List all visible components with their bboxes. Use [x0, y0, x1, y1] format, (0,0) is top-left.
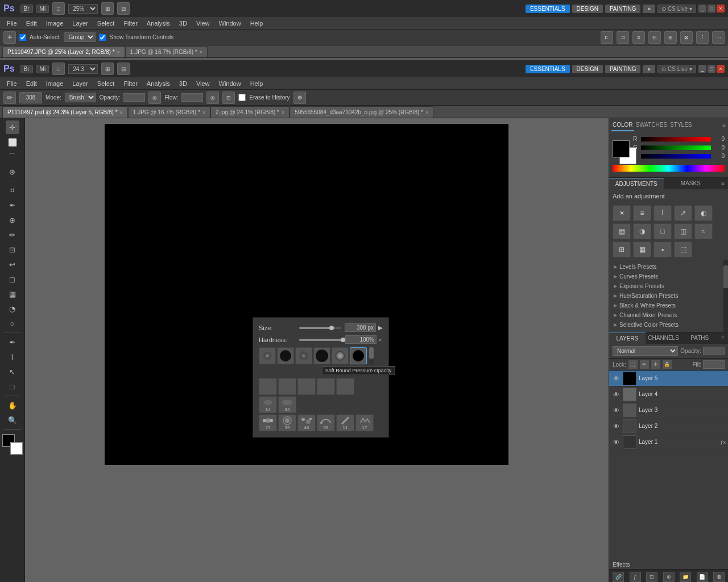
menu-edit-1[interactable]: Edit — [22, 19, 42, 28]
new-layer-btn[interactable]: 📄 — [697, 572, 708, 582]
more-workspaces-1[interactable]: » — [643, 5, 655, 13]
opacity-dial-icon[interactable]: ◎ — [148, 92, 161, 104]
brush-spatter-2[interactable] — [278, 378, 296, 395]
menu-analysis-2[interactable]: Analysis — [142, 79, 175, 88]
zoom-select-1[interactable]: 25% — [68, 4, 98, 14]
align-bottom-icon[interactable]: ⊠ — [680, 31, 693, 44]
menu-select-2[interactable]: Select — [93, 79, 119, 88]
size-slider[interactable] — [299, 327, 341, 329]
threshold-adj-icon[interactable]: ▪ — [653, 242, 672, 257]
brush-num-1[interactable]: 14 — [259, 396, 277, 413]
brush-num-2[interactable]: 24 — [278, 396, 296, 413]
hue-adj-icon[interactable]: ▤ — [613, 223, 631, 239]
color-panel-menu[interactable]: ≡ — [722, 122, 726, 128]
adj-scrollbar[interactable] — [723, 260, 728, 332]
brush-special-4[interactable]: 59 — [317, 414, 335, 431]
menu-view-1[interactable]: View — [192, 19, 214, 28]
exposure-adj-icon[interactable]: ↗ — [674, 205, 692, 221]
blur-tool[interactable]: ◔ — [6, 302, 19, 315]
align-right-icon[interactable]: ≡ — [632, 31, 645, 44]
tab-adjustments[interactable]: ADJUSTMENTS — [609, 178, 664, 189]
photo-adj-icon[interactable]: ◫ — [674, 223, 692, 239]
size-arrow[interactable]: ▶ — [378, 325, 383, 331]
painting-btn-1[interactable]: PAINTING — [605, 5, 640, 13]
type-tool[interactable]: T — [6, 350, 19, 364]
eyedropper-tool[interactable]: ✒ — [6, 198, 19, 212]
menu-filter-1[interactable]: Filter — [119, 19, 142, 28]
hardness-corner-icon[interactable]: ↙ — [379, 337, 383, 342]
settings-icon[interactable]: ⊕ — [293, 92, 306, 104]
brush-soft-md[interactable] — [295, 347, 312, 364]
flow-dial-icon[interactable]: ◎ — [206, 92, 219, 104]
brush-tool-icon[interactable]: ✏ — [3, 92, 16, 104]
brush-special-6[interactable]: 17 — [355, 414, 374, 431]
adj-bw-presets[interactable]: ▶ Black & White Presets — [609, 301, 723, 310]
image-size-icon[interactable]: □ — [52, 2, 65, 15]
eraser-tool[interactable]: ◻ — [6, 272, 19, 286]
add-mask-btn[interactable]: ⊡ — [646, 572, 657, 582]
auto-select-checkbox[interactable] — [19, 34, 26, 41]
menu-help-1[interactable]: Help — [246, 19, 268, 28]
doctab-2-3-close[interactable]: × — [282, 110, 284, 115]
delete-layer-btn[interactable]: 🗑 — [713, 572, 725, 582]
painting-btn-2[interactable]: PAINTING — [605, 65, 640, 73]
tab-styles[interactable]: STYLES — [669, 119, 693, 131]
lasso-tool[interactable]: ⌒ — [6, 150, 19, 164]
essentials-btn-2[interactable]: ESSENTIALS — [526, 65, 570, 73]
layer-2-item[interactable]: 👁 Layer 2 — [609, 418, 728, 434]
tab-masks[interactable]: MASKS — [664, 178, 718, 189]
gradient-adj-icon[interactable]: ⬚ — [674, 242, 692, 257]
colorbal-adj-icon[interactable]: ◑ — [633, 223, 651, 239]
hardness-slider[interactable] — [299, 339, 342, 341]
adj-levels-presets[interactable]: ▶ Levels Presets — [609, 262, 723, 272]
tab-channels[interactable]: CHANNELS — [646, 332, 682, 344]
adj-selcolor-presets[interactable]: ▶ Selective Color Presets — [609, 320, 723, 330]
doctab-2-1[interactable]: P1110497.psd @ 24.3% (Layer 5, RGB/8) * … — [2, 106, 128, 118]
add-style-btn[interactable]: ƒ — [630, 572, 641, 582]
menu-file-1[interactable]: File — [2, 19, 22, 28]
opacity-input-ly[interactable]: 100% — [703, 347, 725, 355]
layout-icon-2[interactable]: ⊟ — [117, 63, 130, 75]
crop-tool[interactable]: ⌗ — [6, 184, 19, 197]
cs-live-btn-2[interactable]: ⊙ CS Live ▾ — [657, 65, 696, 73]
doctab-1-1-close[interactable]: × — [117, 49, 120, 55]
menu-image-2[interactable]: Image — [42, 79, 68, 88]
move-tool-icon[interactable]: ✛ — [3, 31, 16, 44]
lock-all-icon[interactable]: 🔒 — [663, 360, 672, 369]
tab-color[interactable]: COLOR — [611, 119, 634, 131]
arrange-icon[interactable]: ⊞ — [101, 2, 114, 15]
menu-window-2[interactable]: Window — [214, 79, 246, 88]
menu-filter-2[interactable]: Filter — [119, 79, 142, 88]
lock-transparent-icon[interactable]: ⬚ — [628, 360, 638, 369]
more-workspaces-2[interactable]: » — [643, 65, 655, 73]
cs-live-btn-1[interactable]: ⊙ CS Live ▾ — [657, 5, 696, 13]
doctab-2-3[interactable]: 2.jpg @ 24.1% (RGB/8) * × — [210, 106, 289, 118]
design-btn-1[interactable]: DESIGN — [572, 5, 603, 13]
close-btn-1[interactable]: × — [717, 5, 725, 13]
erase-history-checkbox[interactable] — [238, 94, 246, 101]
menu-file-2[interactable]: File — [2, 79, 22, 88]
brush-scroll-thumb[interactable] — [369, 347, 374, 359]
brush-special-2[interactable]: 39 — [278, 414, 296, 431]
align-center-h-icon[interactable]: ⊞ — [664, 31, 677, 44]
brush-spatter-5[interactable] — [336, 378, 354, 395]
align-top-icon[interactable]: ⊟ — [648, 31, 661, 44]
mini-button-2[interactable]: Mi — [36, 65, 49, 73]
channelmix-adj-icon[interactable]: ≈ — [694, 223, 713, 239]
adj-panel-menu[interactable]: ≡ — [718, 178, 728, 189]
invert-adj-icon[interactable]: ⊞ — [613, 242, 631, 257]
bridge-button-2[interactable]: Br — [20, 65, 33, 73]
brush-selected[interactable]: Soft Round Pressure Opacity — [350, 347, 367, 364]
lock-position-icon[interactable]: ✛ — [651, 360, 660, 369]
layer-1-item[interactable]: 👁 Layer 1 ƒx — [609, 434, 728, 450]
doctab-2-1-close[interactable]: × — [120, 110, 123, 115]
layer-2-eye[interactable]: 👁 — [611, 422, 621, 431]
levels-adj-icon[interactable]: ≡ — [633, 205, 651, 221]
zoom-tool[interactable]: 🔍 — [6, 413, 19, 427]
link-layers-btn[interactable]: 🔗 — [613, 572, 624, 582]
fg-color-box[interactable] — [613, 140, 630, 157]
opacity-input[interactable]: 31% — [123, 93, 145, 102]
pen-tool[interactable]: ✒ — [6, 335, 19, 349]
doctab-2-4[interactable]: 5955655084_d3aa71042b_o.jpg @ 25% (RGB/8… — [289, 106, 433, 118]
menu-edit-2[interactable]: Edit — [22, 79, 42, 88]
